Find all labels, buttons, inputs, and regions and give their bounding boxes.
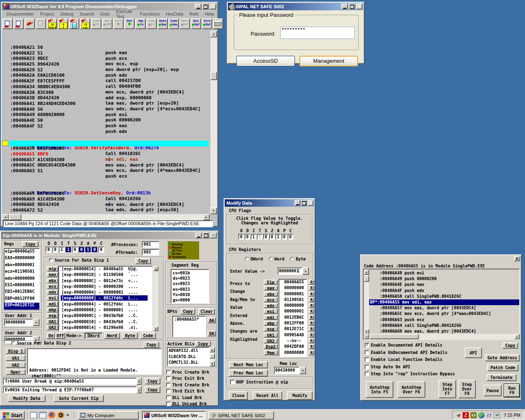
scroll-thumb[interactable] (210, 72, 217, 80)
listing-row[interactable]: :00406A48 56 push esi (9, 96, 209, 102)
network-globe-icon[interactable] (478, 412, 484, 418)
flag-value[interactable]: 0 (288, 234, 293, 240)
flag-value[interactable]: 0 (52, 247, 58, 253)
restore-button[interactable]: R (309, 297, 314, 302)
event-spinner[interactable]: ▲▼ (137, 386, 142, 393)
code-row[interactable]: :00406A57 mov eax, dword ptr [0043EDC4] (369, 305, 519, 311)
copy-dlls-button[interactable]: Copy (195, 341, 211, 347)
register-button[interactable]: esi (47, 295, 58, 301)
code-row[interactable]: :00406A63 push ecx (369, 317, 519, 323)
menu-item[interactable]: Search (77, 11, 97, 17)
enter-value-dropdown[interactable] (302, 267, 309, 275)
goto-code-start-button[interactable]: CdStart (47, 18, 57, 29)
api-option-checkbox[interactable]: Enable Local Function Details (365, 357, 455, 362)
print-button[interactable] (213, 18, 223, 29)
scroll-right-button[interactable] (203, 214, 210, 220)
prev-mem-loc-button[interactable]: Prev Mem Loc (229, 370, 268, 377)
breakpoint-item[interactable]: :00406A55* (174, 317, 204, 322)
flag-value[interactable]: 0 (91, 247, 98, 253)
api-option-checkbox[interactable]: Enable Documented API Details (365, 343, 455, 347)
register-button[interactable]: ebx (264, 292, 278, 297)
debugger-titlebar[interactable]: Eip:00406A55 is in Module: SinglePWD.EXE (1, 232, 217, 239)
copy-break-button[interactable]: Copy (145, 378, 160, 384)
menu-item[interactable]: Debug (57, 11, 76, 17)
maximize-button[interactable] (301, 200, 307, 206)
scroll-left-button[interactable] (2, 214, 9, 220)
monitor-eye-icon[interactable] (470, 412, 477, 418)
register-button[interactable]: esp (264, 326, 278, 331)
data-hex-button[interactable]: Data Hex (158, 18, 168, 29)
USB20.GetSenseKey,[interactable]: * Reference To: USB20.GetSenseKey, Ord:0… (9, 169, 209, 175)
disp1-row[interactable]: ebp [esp+00000008] - 00000001 .... (47, 307, 148, 313)
menu-item[interactable]: HexData (163, 11, 186, 17)
close-button[interactable] (514, 256, 520, 261)
listing-row[interactable]: :00406A50 E817180100 Call 0041826C (9, 135, 209, 141)
minimize-button[interactable] (195, 4, 201, 9)
clear-bpts-button[interactable]: Clear (199, 308, 215, 315)
power-alert-icon[interactable] (463, 412, 469, 418)
close-button[interactable] (356, 4, 363, 9)
disp2-source-button[interactable]: UA1 (6, 355, 25, 361)
api-button[interactable]: API (465, 347, 482, 358)
user-addr1-input[interactable]: 00400000 (4, 319, 33, 326)
listing-row[interactable]: :00406A6E 8D542450 lea edx, dword ptr [e… (9, 191, 209, 197)
restore-button[interactable]: R (309, 326, 314, 331)
restore-button[interactable]: R (309, 292, 314, 297)
break-checkbox[interactable]: Thrd Exit Brk (166, 389, 209, 393)
menu-item[interactable]: Disassembler (4, 11, 37, 17)
break-checkbox[interactable]: Proc Create Brk (166, 370, 209, 374)
menu-item[interactable]: Project (37, 11, 57, 17)
restore-button[interactable]: R (309, 333, 314, 338)
register-button[interactable]: eip (47, 266, 58, 272)
flag-value[interactable]: 0 (98, 247, 104, 253)
listing-row[interactable]: :00406A5C 8B0C854CED4300 mov ecx, dword … (9, 152, 209, 158)
disp1-row[interactable]: ebx [esp-0000000C] - 0012e73c <... (47, 278, 148, 284)
listing-row[interactable]: :00406A22 51 push ecx (9, 40, 209, 46)
code-hex-button[interactable]: Code Hex (169, 18, 179, 29)
restore-button[interactable]: R (309, 321, 314, 326)
flag-value[interactable]: 0 (269, 234, 275, 240)
copy-disp2-button[interactable]: Copy (144, 342, 159, 348)
maximize-button[interactable] (202, 4, 209, 9)
break-checkbox[interactable]: Thrd Create Brk (166, 383, 209, 387)
disp1-row[interactable]: ecx [esp-00000008] - 00000200 .... (47, 284, 148, 290)
mail-icon[interactable] (39, 412, 46, 418)
disp2-checkbox[interactable]: Source For Data Disp 2 (11, 341, 71, 345)
dll-item[interactable]: ADVAPI32.dll (169, 348, 208, 354)
mode-byte-button[interactable]: Byte (122, 333, 138, 339)
register-button[interactable]: UA1 (264, 333, 278, 338)
flag-value[interactable]: 0 (46, 247, 52, 253)
scroll-thumb[interactable] (9, 214, 21, 220)
copy-disp1-button[interactable]: Copy (135, 258, 151, 264)
dialog-titlebar[interactable]: SIPAL NET SAFE S002 (228, 3, 363, 10)
patch-code-button[interactable]: Patch Code (487, 364, 518, 371)
break-status-field[interactable]: Tr0006 User Break @ eip:00406a55 (3, 378, 137, 385)
register-button[interactable]: UA1 (47, 319, 58, 324)
register-button[interactable]: edx (47, 290, 58, 295)
code-row[interactable]: :00406A69 mov eax, dword ptr [0043EDC4] (369, 329, 519, 334)
listing-row[interactable]: :00406A64 E8FD170100 Call 00418266 (9, 180, 209, 186)
copy-event-button[interactable]: Copy (145, 386, 160, 393)
api-option-checkbox[interactable]: Step Into "rep" Instruction Bypass (365, 372, 455, 376)
string-references-button[interactable]: Strn Ref (202, 18, 212, 29)
disp1-scrollbar[interactable] (153, 266, 158, 331)
listing-row[interactable]: :00406A73 8B0C854CED4300 mov ecx, dword … (9, 203, 209, 208)
connection-icon[interactable] (486, 412, 492, 418)
volume-icon[interactable] (455, 412, 461, 418)
api-option-checkbox[interactable]: Enable UnDocumented API Details (365, 350, 455, 355)
execute-jump-button[interactable]: Jump To (91, 18, 101, 29)
listing-row[interactable]: :00406A69 A1C4ED4300 mov eax, dword ptr … (9, 186, 209, 192)
flag-value[interactable]: 0 (281, 234, 287, 240)
register-button[interactable]: esp (47, 313, 58, 318)
flag-value[interactable]: 1 (59, 247, 65, 253)
listing-row[interactable]: :00406A34 8B0DC4ED4300 mov ecx, dword pt… (9, 73, 209, 79)
register-button[interactable]: eax (47, 272, 58, 277)
reset-all-button[interactable]: Reset All (253, 391, 282, 400)
disp1-on-button[interactable]: On (47, 333, 55, 339)
mem-loc-input[interactable]: 00438000 (274, 367, 299, 374)
listing-row[interactable]: :00406A3D 8D442420 lea eax, dword ptr [e… (9, 84, 209, 90)
minimize-button[interactable] (341, 4, 348, 9)
media-player-icon[interactable] (57, 412, 64, 418)
listing-row[interactable]: :00406A7A 51 push ecx (9, 208, 209, 214)
pause-button[interactable]: Pause (484, 385, 502, 396)
